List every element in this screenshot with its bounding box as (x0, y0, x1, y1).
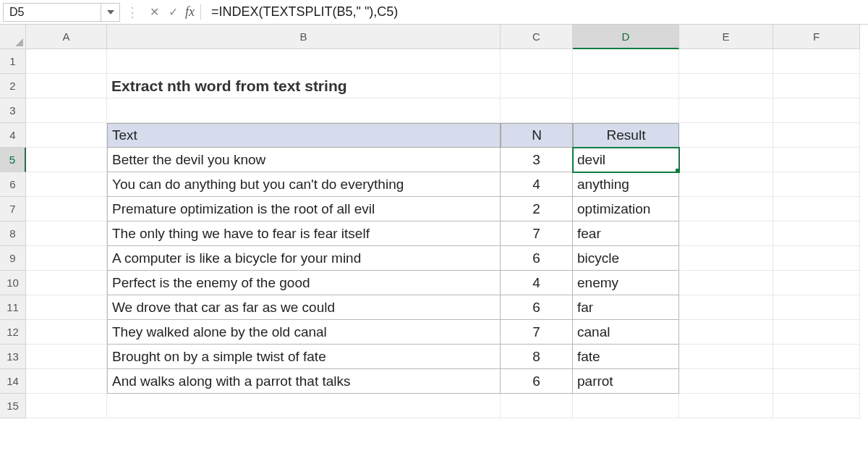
cell[interactable] (26, 295, 107, 320)
cell-result[interactable]: fear (573, 221, 679, 246)
cell[interactable] (773, 246, 860, 271)
cell-n[interactable]: 4 (501, 271, 573, 295)
cell[interactable] (679, 172, 773, 197)
table-header-text[interactable]: Text (107, 123, 501, 148)
cell-n[interactable]: 7 (501, 320, 573, 345)
cell-result[interactable]: canal (573, 320, 679, 345)
cell-text[interactable]: A computer is like a bicycle for your mi… (107, 246, 501, 271)
cell[interactable] (679, 221, 773, 246)
row-header[interactable]: 13 (0, 345, 26, 369)
cell-n[interactable]: 7 (501, 221, 573, 246)
cell[interactable] (26, 271, 107, 295)
cell-n[interactable]: 8 (501, 345, 573, 369)
cell[interactable] (26, 98, 107, 123)
cell[interactable] (773, 74, 860, 98)
select-all-corner[interactable] (0, 25, 26, 49)
cell-text[interactable]: Premature optimization is the root of al… (107, 197, 501, 221)
cell[interactable] (26, 221, 107, 246)
cell[interactable] (573, 74, 679, 98)
cell[interactable] (26, 172, 107, 197)
cell[interactable] (107, 98, 501, 123)
row-header[interactable]: 15 (0, 394, 26, 418)
cell[interactable] (773, 49, 860, 74)
cell-result[interactable]: far (573, 295, 679, 320)
cell[interactable] (679, 271, 773, 295)
cell-result[interactable]: optimization (573, 197, 679, 221)
row-header[interactable]: 11 (0, 295, 26, 320)
cell-n[interactable]: 6 (501, 369, 573, 394)
cell[interactable] (773, 221, 860, 246)
cell[interactable] (773, 172, 860, 197)
col-header-A[interactable]: A (26, 25, 107, 49)
cell[interactable] (679, 123, 773, 148)
cell[interactable] (679, 295, 773, 320)
cell-n[interactable]: 3 (501, 148, 573, 172)
row-header[interactable]: 3 (0, 98, 26, 123)
col-header-E[interactable]: E (679, 25, 773, 49)
cell-n[interactable]: 4 (501, 172, 573, 197)
cell[interactable] (26, 123, 107, 148)
row-header[interactable]: 1 (0, 49, 26, 74)
cell[interactable] (573, 394, 679, 418)
cell-result[interactable]: parrot (573, 369, 679, 394)
cell[interactable] (679, 74, 773, 98)
cell[interactable] (773, 98, 860, 123)
row-header[interactable]: 2 (0, 74, 26, 98)
cell-text[interactable]: Brought on by a simple twist of fate (107, 345, 501, 369)
cell[interactable] (501, 49, 573, 74)
cell[interactable] (679, 369, 773, 394)
cell-result[interactable]: anything (573, 172, 679, 197)
cell[interactable] (573, 98, 679, 123)
cell[interactable] (679, 394, 773, 418)
cell[interactable] (107, 49, 501, 74)
cell[interactable] (679, 320, 773, 345)
cell[interactable] (773, 197, 860, 221)
cell[interactable] (26, 246, 107, 271)
row-header[interactable]: 8 (0, 221, 26, 246)
row-header[interactable]: 5 (0, 148, 26, 172)
cell-text[interactable]: Perfect is the enemy of the good (107, 271, 501, 295)
name-box[interactable]: D5 (3, 3, 101, 22)
cell[interactable] (26, 394, 107, 418)
row-header[interactable]: 7 (0, 197, 26, 221)
cell-text[interactable]: We drove that car as far as we could (107, 295, 501, 320)
cell[interactable] (773, 271, 860, 295)
cell-n[interactable]: 6 (501, 295, 573, 320)
cell-n[interactable]: 6 (501, 246, 573, 271)
formula-input[interactable]: =INDEX(TEXTSPLIT(B5," "),C5) (208, 4, 865, 20)
cell-text[interactable]: Better the devil you know (107, 148, 501, 172)
cell[interactable] (679, 148, 773, 172)
row-header[interactable]: 10 (0, 271, 26, 295)
cell[interactable] (26, 74, 107, 98)
col-header-D[interactable]: D (573, 25, 679, 49)
cell[interactable] (679, 345, 773, 369)
cell-result-selected[interactable]: devil (573, 148, 679, 172)
cell-text[interactable]: The only thing we have to fear is fear i… (107, 221, 501, 246)
cell[interactable] (773, 148, 860, 172)
cell[interactable] (773, 345, 860, 369)
cell[interactable] (573, 49, 679, 74)
cell[interactable] (26, 320, 107, 345)
cell[interactable] (501, 74, 573, 98)
cell[interactable] (773, 320, 860, 345)
cell-text[interactable]: You can do anything but you can't do eve… (107, 172, 501, 197)
page-title[interactable]: Extract nth word from text string (107, 74, 501, 98)
cell-text[interactable]: And walks along with a parrot that talks (107, 369, 501, 394)
table-header-result[interactable]: Result (573, 123, 679, 148)
cell[interactable] (773, 394, 860, 418)
cancel-icon[interactable]: ✕ (145, 3, 163, 22)
fx-icon[interactable]: fx (182, 4, 201, 20)
cell[interactable] (679, 98, 773, 123)
cell-text[interactable]: They walked alone by the old canal (107, 320, 501, 345)
cell[interactable] (679, 49, 773, 74)
col-header-B[interactable]: B (107, 25, 501, 49)
name-box-dropdown-icon[interactable] (101, 3, 120, 22)
row-header[interactable]: 6 (0, 172, 26, 197)
cell[interactable] (107, 394, 501, 418)
cell-n[interactable]: 2 (501, 197, 573, 221)
row-header[interactable]: 4 (0, 123, 26, 148)
cell[interactable] (26, 49, 107, 74)
cell[interactable] (679, 246, 773, 271)
cell[interactable] (773, 123, 860, 148)
cell[interactable] (679, 197, 773, 221)
